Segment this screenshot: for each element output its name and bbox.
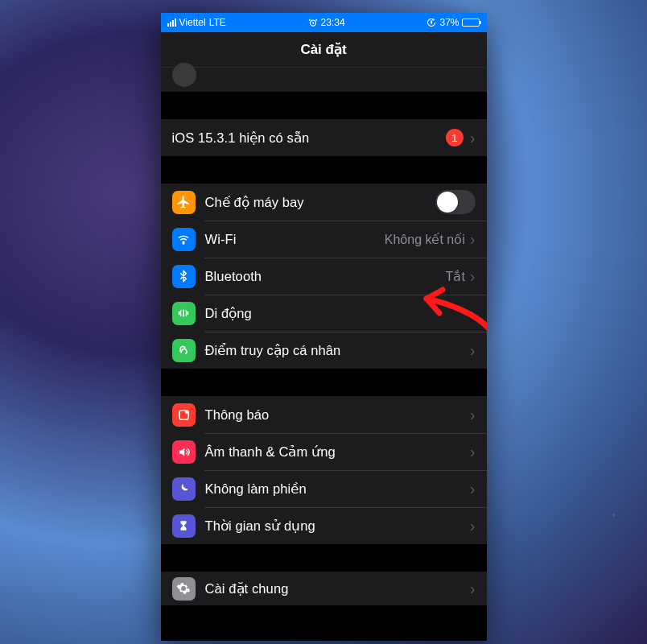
chevron-right-icon: ›	[470, 444, 476, 460]
sounds-icon	[172, 440, 196, 464]
row-sounds[interactable]: Âm thanh & Cảm ứng ›	[161, 433, 487, 470]
alarm-icon	[308, 18, 318, 27]
row-notifications[interactable]: Thông báo ›	[161, 396, 487, 433]
network-label: LTE	[209, 17, 226, 28]
row-bluetooth[interactable]: Bluetooth Tắt ›	[161, 258, 487, 295]
row-airplane-mode[interactable]: Chế độ máy bay	[161, 184, 487, 221]
row-general[interactable]: Cài đặt chung ›	[161, 572, 487, 605]
screentime-label: Thời gian sử dụng	[205, 518, 470, 534]
general-group: Cài đặt chung ›	[161, 572, 487, 605]
row-wifi[interactable]: Wi-Fi Không kết nối ›	[161, 221, 487, 258]
connectivity-group: Chế độ máy bay Wi-Fi Không kết nối › Blu…	[161, 184, 487, 369]
sounds-label: Âm thanh & Cảm ứng	[205, 444, 470, 460]
chevron-right-icon: ›	[470, 305, 476, 321]
wifi-icon	[172, 228, 196, 251]
bluetooth-label: Bluetooth	[205, 269, 446, 284]
gear-icon	[172, 577, 196, 601]
cellular-icon	[172, 302, 196, 325]
chevron-right-icon: ›	[470, 268, 476, 284]
update-label: iOS 15.3.1 hiện có sẵn	[172, 130, 446, 146]
row-do-not-disturb[interactable]: Không làm phiền ›	[161, 470, 487, 507]
cellular-label: Di động	[205, 306, 470, 321]
svg-rect-1	[431, 22, 432, 24]
page-title: Cài đặt	[300, 41, 346, 58]
status-left: Viettel LTE	[167, 17, 226, 28]
time-label: 23:34	[321, 17, 345, 28]
airplane-label: Chế độ máy bay	[205, 195, 435, 210]
chevron-right-icon: ›	[470, 130, 476, 146]
hourglass-icon	[172, 514, 196, 538]
orientation-lock-icon	[427, 18, 436, 27]
notifications-label: Thông báo	[205, 407, 470, 423]
chevron-right-icon: ›	[470, 481, 476, 497]
hotspot-icon	[172, 339, 196, 362]
bluetooth-icon	[172, 265, 196, 288]
airplane-icon	[172, 191, 196, 214]
wifi-label: Wi-Fi	[205, 232, 385, 247]
profile-row-peek[interactable]	[161, 68, 487, 92]
svg-point-2	[183, 243, 184, 245]
update-group: iOS 15.3.1 hiện có sẵn 1 ›	[161, 119, 487, 156]
chevron-right-icon: ›	[470, 518, 476, 534]
notifications-icon	[172, 403, 196, 427]
chevron-right-icon: ›	[470, 231, 476, 247]
airplane-toggle[interactable]	[435, 190, 476, 214]
update-badge: 1	[446, 129, 464, 147]
signal-icon	[167, 19, 176, 27]
general-label: Cài đặt chung	[205, 581, 470, 597]
battery-pct: 37%	[439, 17, 459, 28]
system-group: Thông báo › Âm thanh & Cảm ứng › Không l…	[161, 396, 487, 544]
row-screen-time[interactable]: Thời gian sử dụng ›	[161, 507, 487, 544]
battery-icon	[462, 19, 480, 27]
nav-header: Cài đặt	[161, 32, 487, 68]
status-center: 23:34	[308, 17, 345, 28]
phone-frame: Viettel LTE 23:34 37% Cài đặt iOS 15.3.1…	[161, 13, 487, 641]
wifi-value: Không kết nối	[385, 232, 465, 247]
svg-point-4	[184, 410, 188, 413]
dnd-label: Không làm phiền	[205, 481, 470, 497]
chevron-right-icon: ›	[470, 407, 476, 423]
row-hotspot[interactable]: Điểm truy cập cá nhân ›	[161, 332, 487, 369]
row-cellular[interactable]: Di động ›	[161, 295, 487, 332]
chevron-right-icon: ›	[470, 580, 476, 597]
status-right: 37%	[427, 17, 480, 28]
bluetooth-value: Tắt	[446, 269, 465, 284]
hotspot-label: Điểm truy cập cá nhân	[205, 343, 470, 358]
carrier-label: Viettel	[179, 17, 206, 28]
row-software-update[interactable]: iOS 15.3.1 hiện có sẵn 1 ›	[161, 119, 487, 156]
chevron-right-icon: ›	[470, 342, 476, 358]
status-bar: Viettel LTE 23:34 37%	[161, 13, 487, 32]
moon-icon	[172, 477, 196, 501]
